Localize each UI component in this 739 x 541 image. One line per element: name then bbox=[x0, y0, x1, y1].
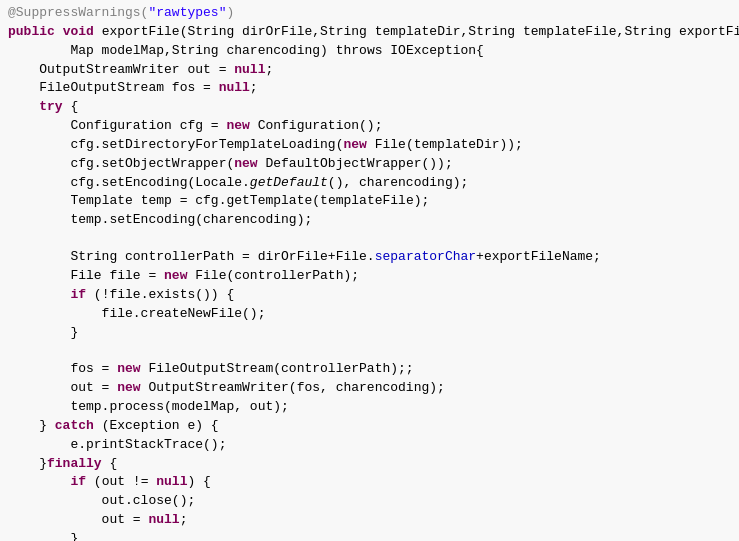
code-token: File(controllerPath); bbox=[187, 268, 359, 283]
code-token: void bbox=[63, 24, 94, 39]
code-token: cfg.setEncoding(Locale. bbox=[8, 175, 250, 190]
line-content: file.createNewFile(); bbox=[8, 305, 731, 324]
code-token: "rawtypes" bbox=[148, 5, 226, 20]
code-token: Map modelMap, bbox=[8, 43, 172, 58]
code-token: new bbox=[226, 118, 249, 133]
code-token: } bbox=[8, 418, 55, 433]
line-content: try { bbox=[8, 98, 731, 117]
line-content: if (out != null) { bbox=[8, 473, 731, 492]
code-line: File file = new File(controllerPath); bbox=[0, 267, 739, 286]
code-token: getDefault bbox=[250, 175, 328, 190]
line-content: out = new OutputStreamWriter(fos, charen… bbox=[8, 379, 731, 398]
code-line: cfg.setObjectWrapper(new DefaultObjectWr… bbox=[0, 155, 739, 174]
code-line: public void exportFile(String dirOrFile,… bbox=[0, 23, 739, 42]
code-line: temp.process(modelMap, out); bbox=[0, 398, 739, 417]
code-token: catch bbox=[55, 418, 94, 433]
code-token: separatorChar bbox=[375, 249, 476, 264]
line-content: Configuration cfg = new Configuration(); bbox=[8, 117, 731, 136]
code-token: exportFile( bbox=[94, 24, 188, 39]
code-token: if bbox=[70, 287, 86, 302]
code-line: if (out != null) { bbox=[0, 473, 739, 492]
code-token bbox=[55, 24, 63, 39]
code-token: OutputStreamWriter(fos, charencoding); bbox=[141, 380, 445, 395]
code-token: public bbox=[8, 24, 55, 39]
code-token: { bbox=[102, 456, 118, 471]
code-token: if bbox=[70, 474, 86, 489]
line-content: Template temp = cfg.getTemplate(template… bbox=[8, 192, 731, 211]
code-token: fos = bbox=[8, 361, 117, 376]
code-line: }finally { bbox=[0, 455, 739, 474]
code-token: finally bbox=[47, 456, 102, 471]
code-line: } bbox=[0, 324, 739, 343]
code-token bbox=[8, 474, 70, 489]
code-token: cfg.setObjectWrapper( bbox=[8, 156, 234, 171]
code-token: new bbox=[117, 361, 140, 376]
code-token: templateFile, bbox=[515, 24, 624, 39]
code-line: @SuppressWarnings("rawtypes") bbox=[0, 4, 739, 23]
code-token: Configuration cfg = bbox=[8, 118, 226, 133]
code-line: e.printStackTrace(); bbox=[0, 436, 739, 455]
code-token: null bbox=[234, 62, 265, 77]
code-line: Template temp = cfg.getTemplate(template… bbox=[0, 192, 739, 211]
line-content: OutputStreamWriter out = null; bbox=[8, 61, 731, 80]
code-token: out = bbox=[8, 380, 117, 395]
code-token: null bbox=[148, 512, 179, 527]
code-token: String bbox=[468, 24, 515, 39]
code-token: } bbox=[8, 456, 47, 471]
line-content: temp.setEncoding(charencoding); bbox=[8, 211, 731, 230]
code-token: File(templateDir)); bbox=[367, 137, 523, 152]
line-content: out = null; bbox=[8, 511, 731, 530]
line-content: cfg.setDirectoryForTemplateLoading(new F… bbox=[8, 136, 731, 155]
code-token: (out != bbox=[86, 474, 156, 489]
code-token: templateDir, bbox=[367, 24, 468, 39]
line-content: File file = new File(controllerPath); bbox=[8, 267, 731, 286]
code-token: String bbox=[187, 24, 234, 39]
code-token: String bbox=[172, 43, 219, 58]
code-token: } bbox=[8, 531, 78, 541]
code-line: FileOutputStream fos = null; bbox=[0, 79, 739, 98]
code-token: @SuppressWarnings( bbox=[8, 5, 148, 20]
code-line: OutputStreamWriter out = null; bbox=[0, 61, 739, 80]
code-editor: @SuppressWarnings("rawtypes")public void… bbox=[0, 0, 739, 541]
line-content: Map modelMap,String charencoding) throws… bbox=[8, 42, 731, 61]
code-token: } bbox=[8, 325, 78, 340]
code-token: out = bbox=[180, 62, 235, 77]
code-token: file.createNewFile(); bbox=[8, 306, 265, 321]
line-content: cfg.setEncoding(Locale.getDefault(), cha… bbox=[8, 174, 731, 193]
code-token: new bbox=[117, 380, 140, 395]
code-token: String controllerPath = dirOrFile+File. bbox=[8, 249, 375, 264]
code-token: temp.process(modelMap, out); bbox=[8, 399, 289, 414]
code-token: OutputStream bbox=[8, 62, 133, 77]
code-line: file.createNewFile(); bbox=[0, 305, 739, 324]
code-line: out.close(); bbox=[0, 492, 739, 511]
code-token: ; bbox=[250, 80, 258, 95]
code-line: cfg.setEncoding(Locale.getDefault(), cha… bbox=[0, 174, 739, 193]
code-token: FileOutputStream fos = bbox=[8, 80, 219, 95]
line-content: fos = new FileOutputStream(controllerPat… bbox=[8, 360, 731, 379]
code-token: out.close(); bbox=[8, 493, 195, 508]
code-line: try { bbox=[0, 98, 739, 117]
code-line: temp.setEncoding(charencoding); bbox=[0, 211, 739, 230]
line-content: }finally { bbox=[8, 455, 731, 474]
code-token: (), charencoding); bbox=[328, 175, 468, 190]
code-line: fos = new FileOutputStream(controllerPat… bbox=[0, 360, 739, 379]
line-content: } catch (Exception e) { bbox=[8, 417, 731, 436]
code-token bbox=[8, 287, 70, 302]
code-token bbox=[8, 193, 70, 208]
line-content: if (!file.exists()) { bbox=[8, 286, 731, 305]
line-content: @SuppressWarnings("rawtypes") bbox=[8, 4, 731, 23]
code-token: temp.setEncoding(charencoding); bbox=[8, 212, 312, 227]
line-content: cfg.setObjectWrapper(new DefaultObjectWr… bbox=[8, 155, 731, 174]
code-token: String bbox=[320, 24, 367, 39]
line-content: e.printStackTrace(); bbox=[8, 436, 731, 455]
line-content: } bbox=[8, 324, 731, 343]
line-content: temp.process(modelMap, out); bbox=[8, 398, 731, 417]
code-token: ; bbox=[180, 512, 188, 527]
code-token: out = bbox=[8, 512, 148, 527]
code-token: exportFileName, bbox=[671, 24, 739, 39]
code-token: { bbox=[63, 99, 79, 114]
code-token: ) { bbox=[187, 474, 210, 489]
code-line: Map modelMap,String charencoding) throws… bbox=[0, 42, 739, 61]
code-line: out = null; bbox=[0, 511, 739, 530]
line-content: public void exportFile(String dirOrFile,… bbox=[8, 23, 739, 42]
